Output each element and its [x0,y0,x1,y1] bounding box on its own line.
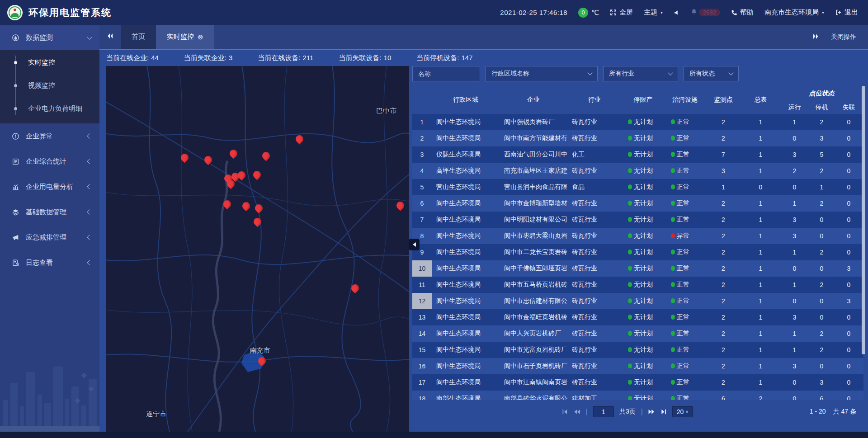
region-filter-select[interactable]: 行政区域名称 [486,66,598,81]
last-page-button[interactable] [660,409,667,415]
total-pages-label: 共3页 [619,408,636,416]
table-row[interactable]: 8阆中生态环境局阆中市枣碧大梁山页岩砖瓦行业无计划异常21300 [412,228,863,244]
cell-treatment-status: 正常 [665,244,705,260]
tabs-scroll-left-button[interactable] [99,25,121,49]
row-index: 2 [412,130,432,146]
page-input[interactable]: 1 [593,406,614,417]
col-lost: 失联 [834,101,863,114]
tabs-scroll-right-button[interactable] [812,33,819,41]
sidebar-item-data-monitoring[interactable]: 数据监测 [0,25,99,50]
cell-lost-count: 0 [834,212,863,228]
sidebar-item-log-view[interactable]: 日志查看 [0,250,99,275]
tab-realtime-monitoring[interactable]: 实时监控 ⊗ [156,25,214,49]
sidebar-item-video-monitoring[interactable]: 视频监控 [0,74,99,97]
chevron-down-icon: ∨ [685,410,689,414]
cell-treatment-status: 正常 [665,277,705,293]
table-row[interactable]: 12阆中生态环境局阆中市忠信建材有限公砖瓦行业无计划正常21003 [412,293,863,309]
cell-monitor-count: 2 [705,212,741,228]
col-treatment: 治污设施 [665,86,705,114]
stat-stopped-devices: 当前停机设备:147 [416,54,472,62]
row-index: 18 [412,391,432,400]
sidebar-item-enterprise-abnormal[interactable]: 企业异常 [0,123,99,149]
map-canvas[interactable]: 巴中市南充市遂宁市 [106,66,409,432]
table-row[interactable]: 9阆中生态环境局阆中市二龙长宝页岩砖砖瓦行业无计划正常21120 [412,244,863,260]
sidebar-item-enterprise-statistics[interactable]: 企业综合统计 [0,149,99,174]
table-row[interactable]: 17阆中生态环境局阆中市江南镇阆南页岩砖瓦行业无计划正常21030 [412,374,863,391]
cell-total-meter: 1 [741,228,780,244]
temperature-indicator: 0 ℃ [578,8,599,18]
cell-company: 阆中市江南镇阆南页岩 [500,374,567,391]
log-document-icon [12,259,19,267]
page-size-select[interactable]: 20∨ [672,406,693,417]
map-collapse-button[interactable] [409,239,420,250]
logout-button[interactable]: 退出 [835,8,858,17]
fullscreen-button[interactable]: 全屏 [610,8,633,17]
status-dot [628,363,632,368]
industry-filter-select[interactable]: 所有行业 [603,66,678,81]
name-filter-input[interactable] [412,66,480,81]
cell-company: 阆中市五马桥页岩机砖 [500,277,567,293]
table-row[interactable]: 13阆中生态环境局阆中市金福旺页岩机砖砖瓦行业无计划正常21300 [412,309,863,325]
table-row[interactable]: 3仪陇生态环境局西南油气田分公司川中化工无计划正常71350 [412,146,863,163]
table-row[interactable]: 4高坪生态环境局南充市高坪区王家店建砖瓦行业无计划正常31220 [412,163,863,179]
cell-stop-status: 无计划 [622,212,665,228]
cell-company: 阆中明阳建材有限公司 [500,212,567,228]
cell-treatment-status: 正常 [665,358,705,374]
table-row[interactable]: 16阆中生态环境局阆中市石子页岩机砖厂砖瓦行业无计划正常21300 [412,358,863,374]
cell-monitor-count: 2 [705,195,741,212]
cell-run-count: 0 [780,374,809,391]
table-row[interactable]: 2阆中生态环境局阆中市南方节能建材有砖瓦行业无计划正常21030 [412,130,863,146]
table-row[interactable]: 10阆中生态环境局阆中千佛镇五郎垭页岩砖瓦行业无计划正常21003 [412,260,863,277]
row-index: 6 [412,195,432,212]
record-total-label: 共 47 条 [833,408,856,416]
cell-industry: 砖瓦行业 [567,130,622,146]
sidebar-item-basic-data-management[interactable]: 基础数据管理 [0,199,99,225]
close-operations-button[interactable]: 关闭操作 [831,33,856,41]
chevron-down-icon [87,34,92,39]
cell-lost-count: 0 [834,114,863,130]
sidebar-item-emergency-reduction[interactable]: 应急减排管理 [0,225,99,250]
first-page-button[interactable] [562,409,568,415]
cell-treatment-status: 正常 [665,114,705,130]
next-page-button[interactable] [648,409,655,415]
sidebar-item-power-load-detail[interactable]: 企业电力负荷明细 [0,97,99,120]
table-row[interactable]: 14阆中生态环境局阆中大兴页岩机砖厂砖瓦行业无计划正常21120 [412,325,863,342]
cell-monitor-count: 2 [705,244,741,260]
cell-industry: 砖瓦行业 [567,212,622,228]
theme-button[interactable]: 主题▾ [644,8,663,17]
status-filter-select[interactable]: 所有状态 [684,66,739,81]
cell-industry: 砖瓦行业 [567,309,622,325]
chevron-left-icon [87,133,92,138]
table-row[interactable]: 5营山生态环境局营山县润丰肉食品有限食品无计划正常10010 [412,179,863,195]
tab-home[interactable]: 首页 [121,25,156,49]
cell-industry: 砖瓦行业 [567,325,622,342]
sidebar-item-realtime-monitoring[interactable]: 实时监控 [0,51,99,74]
sidebar-item-power-usage-analysis[interactable]: 企业用电量分析 [0,174,99,199]
cell-treatment-status: 正常 [665,374,705,391]
scrollbar-thumb[interactable] [862,86,865,354]
col-industry: 行业 [567,86,622,114]
previous-page-button[interactable] [574,409,580,415]
notifications-button[interactable]: 2632 [691,9,720,16]
table-row[interactable]: 1阆中生态环境局阆中强锐页岩砖厂砖瓦行业无计划正常21120 [412,114,863,130]
main-content: 当前在线企业:44 当前失联企业:3 当前在线设备:211 当前失联设备:10 … [99,50,868,432]
help-button[interactable]: 帮助 [731,8,754,17]
cell-stop-status: 无计划 [622,325,665,342]
cell-run-count: 0 [780,293,809,309]
volume-button[interactable] [674,9,680,16]
table-row[interactable]: 6阆中生态环境局阆中市金博瑞新型墙材砖瓦行业无计划正常21120 [412,195,863,212]
tab-close-icon[interactable]: ⊗ [198,33,203,41]
table-row[interactable]: 11阆中生态环境局阆中市五马桥页岩机砖砖瓦行业无计划正常21120 [412,277,863,293]
table-row[interactable]: 15阆中生态环境局阆中市光富页岩机砖厂砖瓦行业无计划正常21120 [412,342,863,358]
sidebar-submenu: 实时监控 视频监控 企业电力负荷明细 [0,50,99,123]
cell-treatment-status: 正常 [665,325,705,342]
user-menu[interactable]: 南充市生态环境局▾ [764,8,824,17]
cell-run-count: 0 [780,179,809,195]
cell-company: 阆中市金博瑞新型墙材 [500,195,567,212]
table-row[interactable]: 7阆中生态环境局阆中明阳建材有限公司砖瓦行业无计划正常21300 [412,212,863,228]
table-row[interactable]: 18南部生态环境局南部县砖华水泥有限公建材加工无计划正常62060 [412,391,863,400]
cell-run-count: 1 [780,114,809,130]
cell-total-meter: 2 [741,391,780,400]
cell-halt-count: 1 [809,179,834,195]
cell-treatment-status: 正常 [665,163,705,179]
